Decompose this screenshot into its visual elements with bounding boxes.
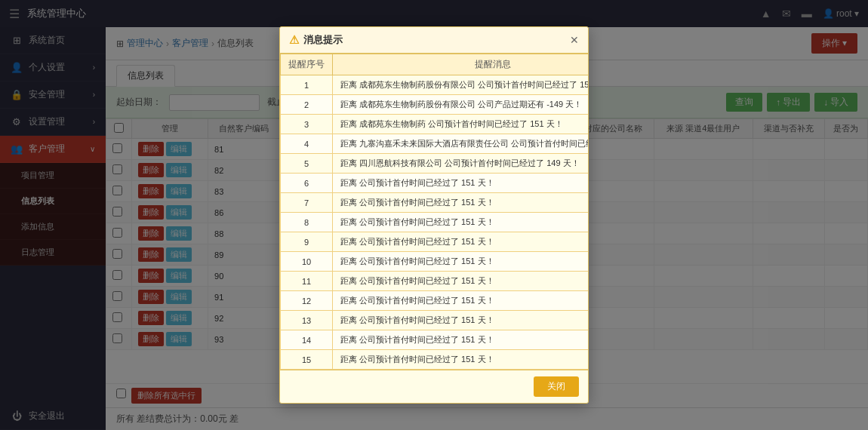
modal-row: 7 距离 公司预计首付时间已经过了 151 天！ <box>281 193 589 213</box>
modal-row: 6 距离 公司预计首付时间已经过了 151 天！ <box>281 174 589 193</box>
modal-row: 11 距离 公司预计首付时间已经过了 151 天！ <box>281 272 589 291</box>
modal-row: 14 距离 公司预计首付时间已经过了 151 天！ <box>281 330 589 350</box>
modal-row-msg: 距离 公司预计首付时间已经过了 151 天！ <box>333 174 589 193</box>
modal-title-text: 消息提示 <box>303 33 343 47</box>
modal-row-seq: 2 <box>281 95 333 115</box>
modal-row-msg: 距离 成都苑东生物制药 公司预计首付时间已经过了 151 天！ <box>333 115 589 134</box>
modal-row-msg: 距离 公司预计首付时间已经过了 151 天！ <box>333 330 589 350</box>
modal-col-msg: 提醒消息 <box>333 54 589 75</box>
modal-row: 15 距离 公司预计首付时间已经过了 151 天！ <box>281 350 589 370</box>
modal-row-msg: 距离 公司预计首付时间已经过了 151 天！ <box>333 272 589 291</box>
modal-row-msg: 距离 公司预计首付时间已经过了 151 天！ <box>333 213 589 232</box>
warning-icon: ⚠ <box>289 33 299 47</box>
modal-title: ⚠ 消息提示 <box>289 33 343 47</box>
modal-row-msg: 距离 四川恩航科技有限公司 公司预计首付时间已经过了 149 天！ <box>333 154 589 174</box>
modal-row-seq: 15 <box>281 350 333 370</box>
modal-row: 13 距离 公司预计首付时间已经过了 151 天！ <box>281 311 589 330</box>
modal-row-msg: 距离 公司预计首付时间已经过了 151 天！ <box>333 193 589 213</box>
alert-modal: ⚠ 消息提示 ✕ 提醒序号 提醒消息 1 距离 成都苑东生物制药股份有限公司 公… <box>279 26 589 404</box>
modal-row-seq: 8 <box>281 213 333 232</box>
modal-row-msg: 距离 九寨沟嘉禾未来国际大酒店有限责任公司 公司预计首付时间已经过了 149 天… <box>333 134 589 154</box>
modal-row-seq: 12 <box>281 291 333 311</box>
modal-row: 2 距离 成都苑东生物制药股份有限公司 公司产品过期还有 -149 天！ <box>281 95 589 115</box>
modal-row: 1 距离 成都苑东生物制药股份有限公司 公司预计首付时间已经过了 153 天！ <box>281 75 589 95</box>
modal-row-seq: 6 <box>281 174 333 193</box>
modal-body: 提醒序号 提醒消息 1 距离 成都苑东生物制药股份有限公司 公司预计首付时间已经… <box>280 54 588 370</box>
modal-row: 10 距离 公司预计首付时间已经过了 151 天！ <box>281 252 589 272</box>
modal-header: ⚠ 消息提示 ✕ <box>280 27 588 54</box>
modal-row: 3 距离 成都苑东生物制药 公司预计首付时间已经过了 151 天！ <box>281 115 589 134</box>
modal-row: 9 距离 公司预计首付时间已经过了 151 天！ <box>281 232 589 252</box>
modal-row-msg: 距离 公司预计首付时间已经过了 151 天！ <box>333 291 589 311</box>
modal-row-msg: 距离 公司预计首付时间已经过了 151 天！ <box>333 350 589 370</box>
modal-row-msg: 距离 成都苑东生物制药股份有限公司 公司产品过期还有 -149 天！ <box>333 95 589 115</box>
modal-row: 8 距离 公司预计首付时间已经过了 151 天！ <box>281 213 589 232</box>
modal-row-seq: 1 <box>281 75 333 95</box>
modal-footer: 关闭 <box>280 370 588 403</box>
modal-row-seq: 13 <box>281 311 333 330</box>
modal-row-seq: 4 <box>281 134 333 154</box>
modal-row-msg: 距离 成都苑东生物制药股份有限公司 公司预计首付时间已经过了 153 天！ <box>333 75 589 95</box>
modal-row-seq: 14 <box>281 330 333 350</box>
modal-close-button[interactable]: ✕ <box>570 34 579 46</box>
modal-col-seq: 提醒序号 <box>281 54 333 75</box>
modal-row-seq: 7 <box>281 193 333 213</box>
modal-row: 4 距离 九寨沟嘉禾未来国际大酒店有限责任公司 公司预计首付时间已经过了 149… <box>281 134 589 154</box>
modal-row-msg: 距离 公司预计首付时间已经过了 151 天！ <box>333 311 589 330</box>
modal-overlay: ⚠ 消息提示 ✕ 提醒序号 提醒消息 1 距离 成都苑东生物制药股份有限公司 公… <box>0 0 868 430</box>
modal-close-btn[interactable]: 关闭 <box>534 376 579 397</box>
modal-row-msg: 距离 公司预计首付时间已经过了 151 天！ <box>333 252 589 272</box>
modal-row-seq: 9 <box>281 232 333 252</box>
modal-row-seq: 5 <box>281 154 333 174</box>
modal-row-seq: 11 <box>281 272 333 291</box>
modal-row-msg: 距离 公司预计首付时间已经过了 151 天！ <box>333 232 589 252</box>
modal-row-seq: 3 <box>281 115 333 134</box>
modal-table: 提醒序号 提醒消息 1 距离 成都苑东生物制药股份有限公司 公司预计首付时间已经… <box>280 54 588 370</box>
modal-table-header: 提醒序号 提醒消息 <box>281 54 589 75</box>
modal-row: 5 距离 四川恩航科技有限公司 公司预计首付时间已经过了 149 天！ <box>281 154 589 174</box>
modal-table-body: 1 距离 成都苑东生物制药股份有限公司 公司预计首付时间已经过了 153 天！ … <box>281 75 589 370</box>
modal-row-seq: 10 <box>281 252 333 272</box>
modal-row: 12 距离 公司预计首付时间已经过了 151 天！ <box>281 291 589 311</box>
